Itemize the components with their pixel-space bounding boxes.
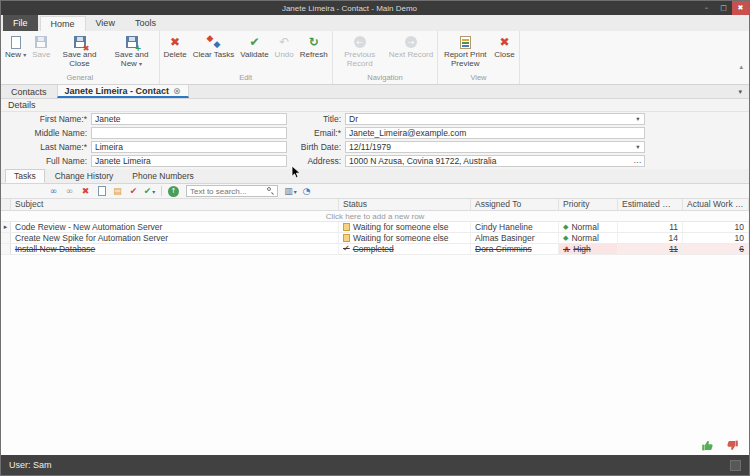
details-group-header[interactable]: Details (1, 99, 749, 112)
contacts-view-button[interactable]: Contacts (1, 85, 57, 98)
cell-priority[interactable]: ◆Normal (559, 222, 618, 232)
clear-tasks-button[interactable]: ◆◆ Clear Tasks (190, 32, 238, 60)
tab-contact-document[interactable]: Janete Limeira - Contact ⊗ (57, 85, 189, 98)
address-input[interactable] (346, 156, 632, 166)
next-record-button[interactable]: → Next Record (386, 32, 436, 60)
grid-empty-area (1, 255, 749, 455)
link-button[interactable]: ∞ (47, 185, 60, 198)
titlebar: Janete Limeira - Contact - Main Demo – □… (1, 1, 749, 15)
report-print-preview-button[interactable]: Report Print Preview (439, 32, 491, 69)
undo-label: Undo (275, 51, 294, 60)
tab-close-icon[interactable]: ⊗ (173, 86, 181, 96)
dropdown-caret-icon: ▾ (23, 51, 26, 58)
save-and-close-button[interactable]: ✖ Save and Close (54, 32, 106, 69)
address-ellipsis-button[interactable]: … (632, 156, 644, 166)
document-tab-bar: Contacts Janete Limeira - Contact ⊗ ▾ (1, 85, 749, 99)
thumbs-up-icon[interactable] (701, 439, 714, 452)
table-row[interactable]: Create New Spike for Automation Server W… (1, 233, 749, 244)
tab-file[interactable]: File (3, 15, 38, 31)
column-header-status[interactable]: Status (339, 199, 471, 210)
first-name-input[interactable] (92, 114, 286, 124)
birth-date-input[interactable] (346, 142, 632, 152)
cell-status[interactable]: Waiting for someone else (339, 233, 471, 243)
column-header-actual[interactable]: Actual Work Hours (683, 199, 749, 210)
full-name-label: Full Name: (3, 155, 87, 167)
tab-home[interactable]: Home (40, 16, 86, 31)
tab-tasks[interactable]: Tasks (5, 169, 45, 183)
tab-view[interactable]: View (86, 16, 125, 31)
normal-priority-icon: ◆ (563, 233, 568, 243)
close-view-button[interactable]: ✖ Close (491, 32, 517, 60)
column-header-assigned-to[interactable]: Assigned To (471, 199, 559, 210)
cell-estimated[interactable]: 11 (618, 222, 683, 232)
ribbon-group-navigation: ← Previous Record → Next Record Navigati… (333, 31, 438, 84)
title-input[interactable] (346, 114, 632, 124)
save-and-new-button[interactable]: + Save and New ▾ (106, 32, 158, 69)
cell-assigned-to[interactable]: Almas Basinger (471, 233, 559, 243)
tab-phone-numbers[interactable]: Phone Numbers (123, 169, 202, 183)
mark-completed-button[interactable]: ✔▾ (143, 185, 156, 198)
last-name-field (91, 141, 287, 153)
column-header-priority[interactable]: Priority (559, 199, 618, 210)
refresh-button[interactable]: ↻ Refresh (297, 32, 331, 60)
thumbs-down-icon[interactable] (726, 439, 739, 452)
mark-incomplete-button[interactable]: ✔ (127, 185, 140, 198)
tab-change-history[interactable]: Change History (46, 169, 123, 183)
delete-button[interactable]: ✖ Delete (161, 32, 190, 60)
cell-assigned-to[interactable]: Cindy Haneline (471, 222, 559, 232)
save-button[interactable]: Save (29, 32, 53, 60)
unlink-button[interactable]: ∞ (63, 185, 76, 198)
title-dropdown-icon[interactable]: ▾ (632, 114, 644, 124)
cell-priority[interactable]: ◆Normal (559, 233, 618, 243)
cell-status[interactable]: Waiting for someone else (339, 222, 471, 232)
birth-date-dropdown-icon[interactable]: ▾ (632, 142, 644, 152)
collapse-ribbon-icon[interactable]: ▴ (739, 63, 743, 71)
cell-status[interactable]: ✔Completed (339, 244, 471, 254)
completed-status-icon: ✔ (343, 244, 350, 254)
email-input[interactable] (346, 128, 644, 138)
last-name-input[interactable] (92, 142, 286, 152)
cell-subject[interactable]: Code Review - New Automation Server (11, 222, 339, 232)
undo-button[interactable]: ↶ Undo (272, 32, 297, 60)
maximize-button[interactable]: □ (715, 1, 732, 15)
previous-record-button[interactable]: ← Previous Record (334, 32, 386, 69)
cell-assigned-to[interactable]: Dora Crimmins (471, 244, 559, 254)
row-indicator-header (1, 199, 11, 210)
cell-subject[interactable]: Create New Spike for Automation Server (11, 233, 339, 243)
cell-estimated[interactable]: 11 (618, 244, 683, 254)
cell-estimated[interactable]: 14 (618, 233, 683, 243)
waiting-status-icon (343, 234, 350, 242)
cell-priority[interactable]: ∧High (559, 244, 618, 254)
search-input[interactable] (189, 186, 267, 196)
next-record-icon: → (405, 34, 417, 50)
middle-name-label: Middle Name: (3, 127, 87, 139)
minimize-button[interactable]: – (698, 1, 715, 15)
cell-actual[interactable]: 10 (683, 222, 749, 232)
new-task-button[interactable] (95, 185, 108, 198)
move-up-button[interactable]: ↑ (167, 185, 180, 198)
export-button[interactable]: ▥▾ (284, 185, 297, 198)
validate-button[interactable]: ✔ Validate (237, 32, 271, 60)
close-button[interactable]: ✖ (732, 1, 749, 15)
chart-button[interactable]: ◔ (300, 185, 313, 198)
column-header-subject[interactable]: Subject (11, 199, 339, 210)
cell-actual[interactable]: 6 (683, 244, 749, 254)
title-label: Title: (291, 113, 341, 125)
task-list-button[interactable]: ▤ (111, 185, 124, 198)
new-button[interactable]: New ▾ (2, 32, 29, 60)
tab-tools[interactable]: Tools (125, 16, 166, 31)
first-name-field (91, 113, 287, 125)
search-icon[interactable] (267, 187, 275, 195)
cell-subject[interactable]: Install New Database (11, 244, 339, 254)
cell-actual[interactable]: 10 (683, 233, 749, 243)
column-header-estimated[interactable]: Estimated Work H... (618, 199, 683, 210)
tray-icon[interactable] (730, 460, 741, 471)
delete-task-button[interactable]: ✖ (79, 185, 92, 198)
tab-list-dropdown-icon[interactable]: ▾ (731, 85, 749, 98)
full-name-input[interactable] (92, 156, 286, 166)
grid-new-row[interactable]: Click here to add a new row (1, 211, 749, 222)
middle-name-input[interactable] (92, 128, 286, 138)
table-row[interactable]: Install New Database ✔Completed Dora Cri… (1, 244, 749, 255)
previous-record-icon: ← (354, 34, 366, 50)
table-row[interactable]: ▸ Code Review - New Automation Server Wa… (1, 222, 749, 233)
